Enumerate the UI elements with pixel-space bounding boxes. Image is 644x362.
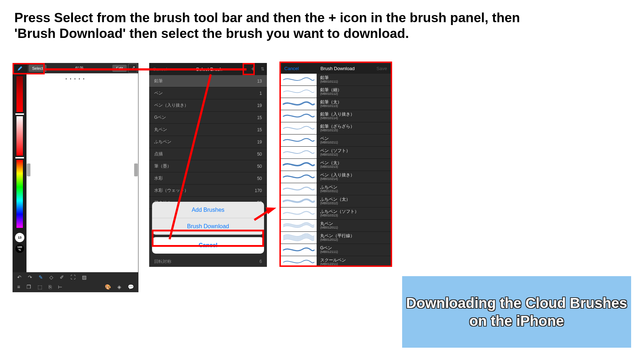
brush-id: (MB010114)	[320, 117, 391, 120]
ruler-icon[interactable]: ⊢	[58, 284, 62, 290]
download-brush-row[interactable]: ふちペン（ソフト）(MB010313)	[281, 207, 391, 220]
download-brush-row[interactable]: ペン（入り抜き）(MB010214)	[281, 171, 391, 183]
palette-icon[interactable]: 🎨	[105, 284, 111, 290]
download-brush-row[interactable]: ペン（太）(MB010213)	[281, 159, 391, 171]
download-brush-row[interactable]: ペン(MB010211)	[281, 134, 391, 147]
download-brush-row[interactable]: 丸ペン(MB012011)	[281, 220, 391, 232]
brush-id: (MB010313)	[320, 214, 391, 217]
sheet-cancel-button[interactable]: Cancel	[152, 237, 264, 254]
category-name: Gペン	[154, 114, 166, 121]
menu-icon[interactable]: ≡	[17, 284, 20, 290]
add-brushes-button[interactable]: Add Brushes	[152, 202, 264, 218]
app-screenshot-left: Select 鉛筆 Edit • • • • • 13 100% ↶ ↷ ✎ ◇…	[13, 63, 138, 292]
transform-icon[interactable]: ⎘	[49, 284, 52, 290]
brush-info: ペン（ソフト）(MB010212)	[317, 148, 391, 157]
toolbar-row-2: ≡ ❐ ⬚ ⎘ ⊢ 🎨 ◈ 💬	[13, 282, 138, 292]
brush-info: 丸ペン(MB012011)	[317, 221, 391, 230]
download-brush-row[interactable]: ふちペン（太）(MB010312)	[281, 195, 391, 207]
brush-info: 鉛筆（ざらざら）(MB010115)	[317, 124, 391, 132]
brush-download-button[interactable]: Brush Download	[152, 218, 264, 235]
brush-size-indicator[interactable]: 13	[15, 233, 24, 242]
select-brush-panel: Cancel Select Brush + ⇅ 鉛筆13ペン1ペン（入り抜き）1…	[149, 63, 267, 267]
color-slider-b[interactable]	[16, 116, 23, 156]
drag-handle-right[interactable]	[134, 163, 138, 176]
layers-icon[interactable]: ◈	[117, 284, 121, 290]
download-brush-row[interactable]: 鉛筆（細）(MB010112)	[281, 86, 391, 98]
bucket-icon[interactable]: ⛶	[70, 274, 75, 280]
hue-slider[interactable]	[16, 160, 23, 228]
download-brush-row[interactable]: ふちペン(MB010311)	[281, 183, 391, 195]
download-brush-row[interactable]: Gペン(MB012111)	[281, 244, 391, 256]
select-button[interactable]: Select	[29, 65, 47, 72]
eyedropper-icon[interactable]: ✐	[60, 274, 64, 280]
brush-id: (MB012211)	[320, 263, 391, 265]
brush-info: 鉛筆（細）(MB010112)	[317, 88, 391, 96]
brush-info: ペン（入り抜き）(MB010214)	[317, 173, 391, 181]
brush-category-row[interactable]: 水彩50	[149, 172, 267, 185]
brush-stroke-thumbnail	[281, 86, 317, 98]
category-count: 15	[257, 115, 262, 120]
arrow-icon	[266, 204, 278, 214]
category-count: 15	[257, 127, 262, 132]
brush-category-row[interactable]: ペン（入り抜き）19	[149, 99, 267, 112]
brush-category-row[interactable]: ふちペン19	[149, 136, 267, 148]
gradient-icon[interactable]: ▨	[82, 274, 87, 280]
brush-info: ふちペン(MB010311)	[317, 185, 391, 193]
callout-box: Downloading the Cloud Brushes on the iPh…	[402, 276, 631, 348]
redo-icon[interactable]: ↷	[28, 274, 32, 280]
brush-info: ふちペン（ソフト）(MB010313)	[317, 209, 391, 217]
brush-id: (MB010115)	[320, 129, 391, 132]
brush-category-row[interactable]: Gペン15	[149, 112, 267, 124]
brush-id: (MB012111)	[320, 250, 391, 254]
brush-info: ふちペン（太）(MB010312)	[317, 197, 391, 205]
drag-handle-left[interactable]	[27, 163, 30, 176]
canvas[interactable]	[26, 73, 138, 272]
brush-stroke-thumbnail	[281, 207, 317, 219]
sort-icon[interactable]: ⇅	[258, 67, 267, 72]
download-brush-row[interactable]: 鉛筆(MB010111)	[281, 74, 391, 86]
chat-icon[interactable]: 💬	[128, 284, 134, 290]
category-count: 19	[257, 140, 262, 145]
color-slider-a[interactable]	[16, 76, 23, 112]
download-brush-row[interactable]: ペン（ソフト）(MB010212)	[281, 147, 391, 159]
brush-download-header: Cancel Brush Download Save	[281, 63, 391, 74]
cancel-button[interactable]: Cancel	[281, 66, 302, 71]
brush-id: (MB010214)	[320, 177, 391, 181]
download-brush-row[interactable]: 鉛筆（入り抜き）(MB010114)	[281, 110, 391, 122]
download-brush-row[interactable]: 鉛筆（太）(MB010113)	[281, 98, 391, 110]
brush-stroke-thumbnail	[281, 171, 317, 183]
save-button[interactable]: Save	[373, 66, 391, 71]
brush-category-row[interactable]: 点描50	[149, 148, 267, 160]
instruction-heading: Press Select from the brush tool bar and…	[14, 10, 562, 42]
opacity-indicator[interactable]: 100%	[15, 244, 24, 253]
brush-id: (MB010113)	[320, 104, 391, 108]
brush-id: (MB010112)	[320, 92, 391, 96]
category-name: 鉛筆	[154, 78, 163, 84]
brush-tool-icon[interactable]: ✎	[39, 274, 43, 280]
category-name: 丸ペン	[154, 127, 167, 133]
category-count: 50	[257, 176, 262, 181]
undo-icon[interactable]: ↶	[17, 274, 21, 280]
brush-id: (MB010212)	[320, 153, 391, 157]
category-name: ふちペン	[154, 139, 171, 145]
download-brush-row[interactable]: スクールペン(MB012211)	[281, 256, 391, 265]
bottom-toolbar: ↶ ↷ ✎ ◇ ✐ ⛶ ▨ ≡ ❐ ⬚ ⎘ ⊢ 🎨 ◈ 💬	[13, 272, 138, 292]
footer-row: 回転対称 6	[149, 256, 267, 267]
brush-category-row[interactable]: 筆（墨）50	[149, 160, 267, 172]
brush-id: (MB012012)	[320, 238, 391, 242]
highlight-connector-top	[45, 68, 247, 70]
brush-info: スクールペン(MB012211)	[317, 258, 391, 265]
eraser-icon[interactable]: ◇	[49, 274, 53, 280]
download-brush-row[interactable]: 鉛筆（ざらざら）(MB010115)	[281, 122, 391, 134]
plus-icon[interactable]: +	[248, 65, 258, 73]
download-brush-row[interactable]: 丸ペン（平行線）(MB012012)	[281, 232, 391, 244]
copy-icon[interactable]: ❐	[26, 284, 31, 290]
brush-category-row[interactable]: 水彩（ウェット）170	[149, 185, 267, 197]
selection-icon[interactable]: ⬚	[38, 284, 42, 290]
brush-info: 鉛筆（入り抜き）(MB010114)	[317, 112, 391, 120]
brush-info: ペン（太）(MB010213)	[317, 161, 391, 169]
brush-category-row[interactable]: 丸ペン15	[149, 124, 267, 136]
brush-category-list: 鉛筆13ペン1ペン（入り抜き）19Gペン15丸ペン15ふちペン19点描50筆（墨…	[149, 75, 267, 209]
brush-icon[interactable]	[13, 63, 27, 73]
brush-id: (MB010211)	[320, 141, 391, 145]
